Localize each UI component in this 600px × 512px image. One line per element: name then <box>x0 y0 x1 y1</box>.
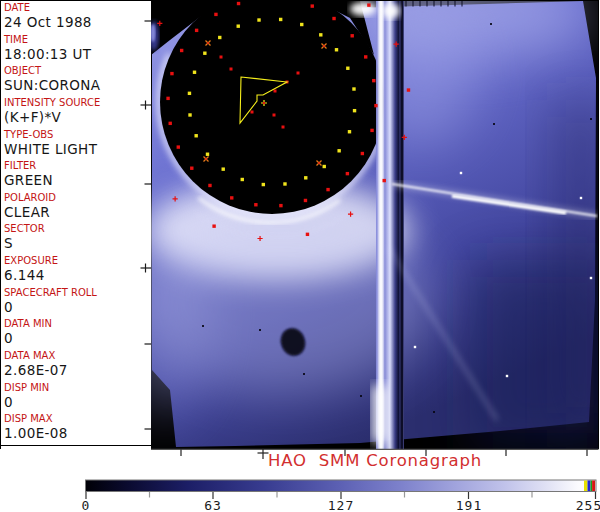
coronagraph-viewer-window: DATE24 Oct 1988TIME18:00:13 UTOBJECTSUN:… <box>0 0 600 512</box>
colorbar-gradient <box>86 480 597 492</box>
colorbar-tick-label: 255 <box>576 498 600 512</box>
pylon-top-flare <box>382 3 400 19</box>
colorbar-saturation-stripes <box>584 481 595 492</box>
occulter-disk <box>160 0 384 214</box>
colorbar-tick-label: 63 <box>204 498 222 512</box>
left-sliver-core <box>151 24 156 42</box>
pylon-top-flare <box>350 2 376 16</box>
pylon-bright-core <box>379 1 383 449</box>
colorbar-labels: 063127191255 <box>82 498 600 512</box>
colorbar-tick-label: 127 <box>328 498 354 512</box>
colorbar-tick-label: 191 <box>456 498 482 512</box>
dark-edge-shading <box>555 100 600 430</box>
scene-canvas: 063127191255 <box>0 0 600 512</box>
colorbar-tick-label: 0 <box>82 498 91 512</box>
coronagraph-image-display[interactable] <box>120 0 600 450</box>
colorbar: 063127191255 <box>82 480 600 512</box>
pylon-bottom-flare <box>372 385 388 443</box>
pylon-shadow-line <box>401 1 404 449</box>
page-title: HAO SMM Coronagraph <box>151 451 599 470</box>
